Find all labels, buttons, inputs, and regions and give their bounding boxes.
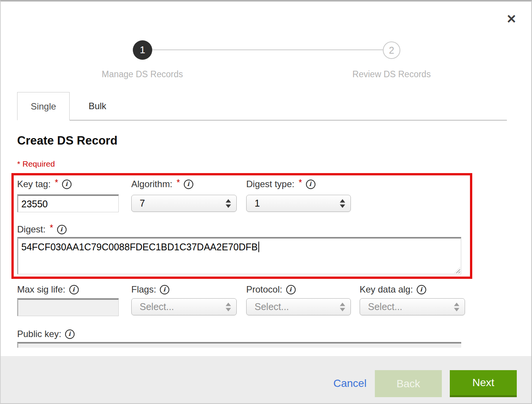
flags-label: Flags: i [131, 283, 169, 296]
digest-type-select[interactable]: 1 [246, 195, 351, 212]
key-data-alg-label: Key data alg: i [360, 283, 426, 296]
max-sig-life-input[interactable] [17, 298, 119, 316]
digest-label: Digest: * i [17, 223, 67, 235]
select-arrows-icon [454, 302, 459, 311]
info-icon[interactable]: i [184, 180, 193, 189]
close-icon[interactable]: ✕ [503, 11, 520, 27]
algorithm-select-value: 7 [140, 198, 145, 209]
info-icon[interactable]: i [160, 285, 169, 294]
key-data-alg-select-value: Select... [368, 301, 402, 312]
info-icon[interactable]: i [62, 180, 72, 189]
public-key-textarea[interactable] [17, 342, 461, 348]
select-arrows-icon [340, 199, 345, 208]
step-2-circle: 2 [383, 41, 400, 59]
stepper-connector-line [152, 49, 383, 50]
protocol-label: Protocol: i [246, 283, 296, 296]
text-caret [258, 242, 259, 252]
cancel-button[interactable]: Cancel [333, 377, 366, 390]
flags-select-value: Select... [140, 301, 174, 312]
tab-single-label: Single [31, 101, 56, 112]
back-button[interactable]: Back [375, 370, 442, 397]
protocol-select[interactable]: Select... [246, 298, 351, 315]
tab-bulk[interactable]: Bulk [70, 92, 124, 120]
next-button[interactable]: Next [450, 370, 517, 397]
required-asterisk: * [55, 178, 58, 188]
resize-handle-icon[interactable] [454, 267, 460, 273]
flags-select[interactable]: Select... [131, 298, 237, 315]
key-data-alg-select[interactable]: Select... [360, 298, 465, 315]
max-sig-life-label: Max sig life: i [17, 283, 79, 296]
key-tag-input[interactable] [17, 194, 119, 212]
required-note: * Required [17, 159, 55, 169]
protocol-select-value: Select... [255, 301, 289, 312]
step-2-number: 2 [389, 45, 394, 56]
info-icon[interactable]: i [69, 285, 79, 294]
info-icon[interactable]: i [306, 180, 315, 189]
step-1-label: Manage DS Records [93, 69, 192, 80]
info-icon[interactable]: i [417, 285, 426, 294]
required-asterisk: * [50, 223, 53, 233]
step-1-circle: 1 [133, 40, 152, 60]
step-2-label: Review DS Records [342, 69, 441, 80]
info-icon[interactable]: i [65, 329, 75, 339]
page-title: Create DS Record [17, 134, 118, 148]
digest-type-select-value: 1 [255, 198, 260, 209]
select-arrows-icon [226, 199, 231, 208]
public-key-label: Public key: i [17, 328, 75, 340]
tab-strip-divider [70, 120, 507, 121]
tab-single[interactable]: Single [17, 92, 70, 120]
step-1-number: 1 [140, 44, 145, 56]
required-asterisk: * [177, 178, 180, 188]
algorithm-label: Algorithm: * i [131, 178, 193, 190]
tab-bulk-label: Bulk [89, 101, 107, 111]
required-asterisk: * [299, 178, 302, 188]
create-ds-record-dialog: ✕ 1 2 Manage DS Records Review DS Record… [0, 0, 532, 404]
digest-textarea[interactable]: 54FCF030AA1C79C0088FDEC1BD1C37DAA2E70DFB [17, 237, 461, 274]
key-tag-label: Key tag: * i [17, 178, 72, 190]
digest-value: 54FCF030AA1C79C0088FDEC1BD1C37DAA2E70DFB [21, 242, 258, 252]
info-icon[interactable]: i [57, 225, 67, 234]
algorithm-select[interactable]: 7 [131, 195, 237, 212]
info-icon[interactable]: i [286, 285, 296, 294]
select-arrows-icon [340, 302, 345, 311]
digest-type-label: Digest type: * i [246, 178, 315, 190]
select-arrows-icon [226, 302, 231, 311]
